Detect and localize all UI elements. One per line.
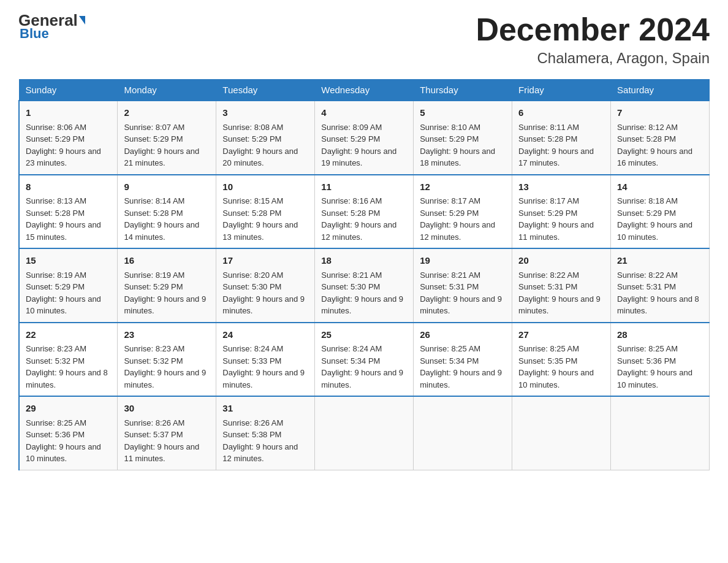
day-number: 27 [518,328,604,342]
logo: General Blue [18,12,85,42]
calendar-cell: 2 Sunrise: 8:07 AM Sunset: 5:29 PM Dayli… [118,101,216,175]
day-sunrise: Sunrise: 8:21 AM [321,270,382,280]
day-sunset: Sunset: 5:29 PM [420,134,479,144]
day-daylight: Daylight: 9 hours and 10 minutes. [26,442,101,464]
day-sunrise: Sunrise: 8:23 AM [26,344,86,353]
day-sunrise: Sunrise: 8:17 AM [420,196,480,205]
day-number: 3 [222,106,308,120]
day-sunrise: Sunrise: 8:16 AM [321,196,382,205]
day-daylight: Daylight: 9 hours and 11 minutes. [124,442,199,464]
day-sunrise: Sunrise: 8:25 AM [617,344,678,353]
day-daylight: Daylight: 9 hours and 9 minutes. [222,368,305,389]
calendar-title: December 2024 [476,12,710,47]
day-daylight: Daylight: 9 hours and 14 minutes. [124,220,199,242]
calendar-cell [512,396,611,470]
day-sunrise: Sunrise: 8:15 AM [222,196,283,205]
day-daylight: Daylight: 9 hours and 9 minutes. [420,368,502,389]
day-sunset: Sunset: 5:31 PM [617,282,676,291]
day-sunset: Sunset: 5:28 PM [617,134,676,144]
day-number: 15 [26,254,111,268]
day-sunset: Sunset: 5:29 PM [617,209,676,218]
day-daylight: Daylight: 9 hours and 19 minutes. [321,147,396,168]
day-sunset: Sunset: 5:29 PM [124,282,183,291]
day-sunrise: Sunrise: 8:10 AM [420,123,480,132]
day-sunset: Sunset: 5:34 PM [420,356,479,366]
day-daylight: Daylight: 9 hours and 11 minutes. [518,220,594,242]
day-sunrise: Sunrise: 8:19 AM [124,270,184,280]
day-number: 10 [222,180,308,194]
calendar-cell: 26 Sunrise: 8:25 AM Sunset: 5:34 PM Dayl… [414,323,512,397]
day-sunrise: Sunrise: 8:11 AM [518,123,579,132]
calendar-cell: 27 Sunrise: 8:25 AM Sunset: 5:35 PM Dayl… [512,323,611,397]
day-daylight: Daylight: 9 hours and 10 minutes. [617,368,692,389]
day-daylight: Daylight: 9 hours and 20 minutes. [222,147,298,168]
calendar-cell [414,396,512,470]
day-sunrise: Sunrise: 8:13 AM [26,196,86,205]
day-number: 21 [617,254,703,268]
day-sunset: Sunset: 5:29 PM [321,134,380,144]
calendar-cell: 12 Sunrise: 8:17 AM Sunset: 5:29 PM Dayl… [414,175,512,249]
day-sunrise: Sunrise: 8:08 AM [222,123,283,132]
day-daylight: Daylight: 9 hours and 10 minutes. [617,220,692,242]
title-block: December 2024 Chalamera, Aragon, Spain [476,12,710,67]
page-header: General Blue December 2024 Chalamera, Ar… [18,12,710,67]
day-daylight: Daylight: 9 hours and 10 minutes. [518,368,594,389]
day-number: 18 [321,254,407,268]
day-number: 2 [124,106,210,120]
day-sunrise: Sunrise: 8:21 AM [420,270,480,280]
header-saturday: Saturday [611,80,710,101]
day-sunrise: Sunrise: 8:26 AM [124,418,184,427]
day-number: 4 [321,106,407,120]
day-sunset: Sunset: 5:28 PM [518,134,577,144]
calendar-cell: 6 Sunrise: 8:11 AM Sunset: 5:28 PM Dayli… [512,101,611,175]
calendar-cell: 30 Sunrise: 8:26 AM Sunset: 5:37 PM Dayl… [118,396,216,470]
day-daylight: Daylight: 9 hours and 9 minutes. [222,294,305,316]
calendar-cell: 15 Sunrise: 8:19 AM Sunset: 5:29 PM Dayl… [19,248,118,323]
day-daylight: Daylight: 9 hours and 13 minutes. [222,220,298,242]
calendar-cell: 8 Sunrise: 8:13 AM Sunset: 5:28 PM Dayli… [19,175,118,249]
day-number: 16 [124,254,210,268]
day-number: 14 [617,180,703,194]
day-number: 17 [222,254,308,268]
day-number: 24 [222,328,308,342]
logo-text-blue: Blue [20,26,49,42]
calendar-cell [611,396,710,470]
day-number: 25 [321,328,407,342]
day-sunset: Sunset: 5:31 PM [420,282,479,291]
header-sunday: Sunday [19,80,118,101]
day-number: 22 [26,328,111,342]
calendar-header: Sunday Monday Tuesday Wednesday Thursday… [19,80,710,101]
day-sunrise: Sunrise: 8:22 AM [617,270,678,280]
day-number: 12 [420,180,506,194]
day-sunset: Sunset: 5:37 PM [124,430,183,439]
calendar-cell: 23 Sunrise: 8:23 AM Sunset: 5:32 PM Dayl… [118,323,216,397]
day-sunset: Sunset: 5:36 PM [26,430,85,439]
header-monday: Monday [118,80,216,101]
day-sunset: Sunset: 5:38 PM [222,430,281,439]
day-number: 31 [222,402,308,416]
calendar-cell: 19 Sunrise: 8:21 AM Sunset: 5:31 PM Dayl… [414,248,512,323]
calendar-cell: 5 Sunrise: 8:10 AM Sunset: 5:29 PM Dayli… [414,101,512,175]
header-thursday: Thursday [414,80,512,101]
calendar-cell: 17 Sunrise: 8:20 AM Sunset: 5:30 PM Dayl… [216,248,315,323]
calendar-cell: 20 Sunrise: 8:22 AM Sunset: 5:31 PM Dayl… [512,248,611,323]
day-daylight: Daylight: 9 hours and 16 minutes. [617,147,692,168]
calendar-cell: 28 Sunrise: 8:25 AM Sunset: 5:36 PM Dayl… [611,323,710,397]
day-daylight: Daylight: 9 hours and 23 minutes. [26,147,101,168]
day-sunrise: Sunrise: 8:09 AM [321,123,382,132]
calendar-cell [315,396,414,470]
day-daylight: Daylight: 9 hours and 9 minutes. [518,294,601,316]
day-sunset: Sunset: 5:34 PM [321,356,380,366]
day-daylight: Daylight: 9 hours and 8 minutes. [617,294,699,316]
calendar-cell: 29 Sunrise: 8:25 AM Sunset: 5:36 PM Dayl… [19,396,118,470]
day-daylight: Daylight: 9 hours and 18 minutes. [420,147,495,168]
week-row-4: 22 Sunrise: 8:23 AM Sunset: 5:32 PM Dayl… [19,323,710,397]
day-sunrise: Sunrise: 8:23 AM [124,344,184,353]
day-daylight: Daylight: 9 hours and 21 minutes. [124,147,199,168]
day-daylight: Daylight: 9 hours and 9 minutes. [321,368,403,389]
calendar-cell: 14 Sunrise: 8:18 AM Sunset: 5:29 PM Dayl… [611,175,710,249]
day-sunrise: Sunrise: 8:19 AM [26,270,86,280]
day-sunrise: Sunrise: 8:25 AM [420,344,480,353]
week-row-1: 1 Sunrise: 8:06 AM Sunset: 5:29 PM Dayli… [19,101,710,175]
header-wednesday: Wednesday [315,80,414,101]
